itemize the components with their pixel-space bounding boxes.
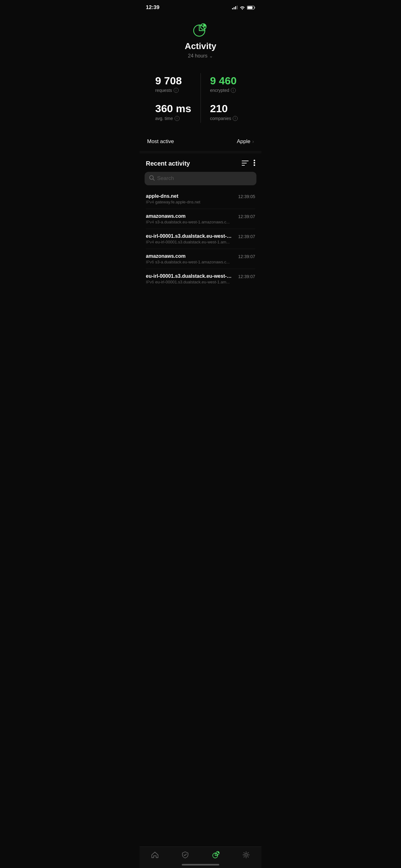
page-title: Activity [185,41,216,51]
activity-sub: IPv6eu-irl-00001.s3.dualstack.eu-west-1.… [146,280,235,284]
activity-domain: eu-irl-00001.s3.dualstack.eu-west-1.... [146,234,235,239]
header: Activity 24 hours ⌄ [140,13,261,64]
companies-label: companies [210,116,231,121]
stats-grid: 9 708 requests i 9 460 encrypted i 360 m… [140,64,261,132]
activity-sub: IPv4eu-irl-00001.s3.dualstack.eu-west-1.… [146,240,235,244]
recent-activity-title: Recent activity [146,160,190,167]
avg-time-value: 360 ms [155,103,191,114]
activity-domain: eu-irl-00001.s3.dualstack.eu-west-1.... [146,273,235,279]
svg-rect-2 [248,6,253,9]
requests-label: requests [155,88,172,93]
signal-icon [232,6,238,9]
status-bar: 12:39 [140,0,261,13]
activity-info: eu-irl-00001.s3.dualstack.eu-west-1.... … [146,273,235,284]
activity-domain: apple-dns.net [146,193,235,199]
pie-chart-icon [192,21,209,38]
activity-item[interactable]: apple-dns.net IPv4gateway.fe.apple-dns.n… [146,189,255,209]
svg-rect-1 [255,7,256,8]
time-range-label: 24 hours [188,53,207,59]
svg-point-9 [254,162,255,163]
stat-requests: 9 708 requests i [149,70,201,98]
activity-time: 12:39:07 [238,213,256,219]
activity-time: 12:39:07 [238,234,256,239]
status-icons [232,5,255,10]
status-time: 12:39 [146,4,159,11]
requests-value: 9 708 [155,75,182,87]
activity-item[interactable]: amazonaws.com IPv4s3-a.dualstack.eu-west… [146,209,255,229]
stat-avg-time: 360 ms avg. time i [149,98,201,126]
more-icon[interactable] [254,160,255,167]
activity-info: eu-irl-00001.s3.dualstack.eu-west-1.... … [146,234,235,244]
svg-point-10 [254,164,255,166]
activity-item[interactable]: amazonaws.com IPv6s3-a.dualstack.eu-west… [146,249,255,269]
companies-value: 210 [210,103,228,114]
activity-domain: amazonaws.com [146,253,235,259]
battery-icon [247,6,255,10]
avg-time-label: avg. time [155,116,173,121]
most-active-name: Apple [237,138,250,145]
activity-time: 12:39:07 [238,273,256,279]
encrypted-info-icon[interactable]: i [231,88,236,93]
requests-info-icon[interactable]: i [174,88,179,93]
time-selector[interactable]: 24 hours ⌄ [188,53,213,59]
avg-time-info-icon[interactable]: i [175,116,179,121]
search-icon [149,175,155,182]
svg-line-12 [153,179,155,180]
search-bar[interactable] [144,172,257,185]
activity-time: 12:39:07 [238,253,256,259]
encrypted-value: 9 460 [210,75,237,87]
most-active-row[interactable]: Most active Apple › [140,132,261,151]
most-active-value-button[interactable]: Apple › [237,138,254,145]
chevron-right-icon: › [252,139,254,144]
activity-sub: IPv4s3-a.dualstack.eu-west-1.amazonaws.c… [146,220,235,224]
stat-companies: 210 companies i [201,98,252,126]
wifi-icon [239,5,245,10]
search-input[interactable] [157,175,252,182]
activity-list: apple-dns.net IPv4gateway.fe.apple-dns.n… [140,189,261,289]
activity-info: amazonaws.com IPv4s3-a.dualstack.eu-west… [146,213,235,224]
svg-point-8 [254,160,255,161]
encrypted-label: encrypted [210,88,229,93]
recent-activity-header: Recent activity [140,153,261,172]
activity-item[interactable]: eu-irl-00001.s3.dualstack.eu-west-1.... … [146,269,255,289]
section-separator [140,151,261,153]
svg-rect-5 [242,161,248,161]
activity-info: amazonaws.com IPv6s3-a.dualstack.eu-west… [146,253,235,264]
activity-item[interactable]: eu-irl-00001.s3.dualstack.eu-west-1.... … [146,229,255,249]
stat-encrypted: 9 460 encrypted i [201,70,252,98]
chevron-down-icon: ⌄ [209,54,213,58]
activity-time: 12:39:05 [238,193,256,199]
activity-domain: amazonaws.com [146,213,235,219]
activity-sub: IPv4gateway.fe.apple-dns.net [146,200,235,204]
svg-rect-7 [242,165,245,165]
svg-rect-6 [242,163,247,163]
companies-info-icon[interactable]: i [233,116,238,121]
activity-sub: IPv6s3-a.dualstack.eu-west-1.amazonaws.c… [146,260,235,264]
filter-icon[interactable] [242,160,248,167]
activity-info: apple-dns.net IPv4gateway.fe.apple-dns.n… [146,193,235,204]
most-active-label: Most active [147,138,174,145]
